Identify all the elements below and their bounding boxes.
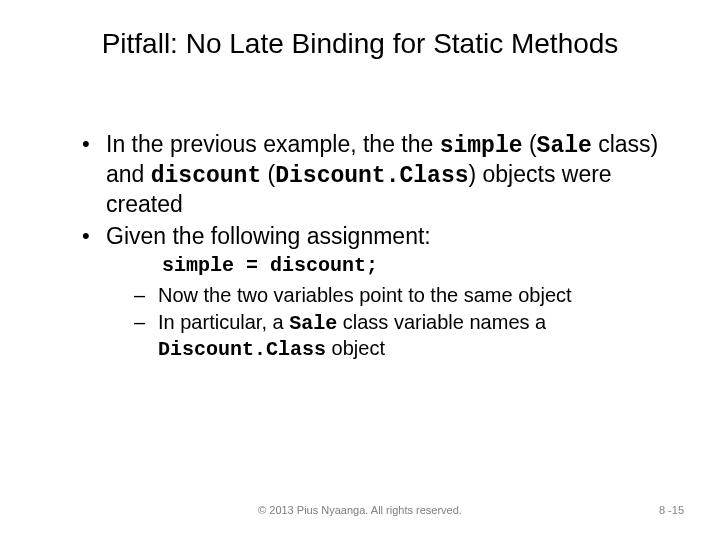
slide-body: In the previous example, the the simple … — [78, 130, 660, 366]
sub-bullet-1: Now the two variables point to the same … — [106, 283, 660, 308]
text: ( — [261, 161, 275, 187]
code-discount-class: Discount.Class — [275, 163, 468, 189]
text: In particular, a — [158, 311, 289, 333]
code-sale: Sale — [289, 312, 337, 335]
text: object — [326, 337, 385, 359]
code-discount: discount — [151, 163, 261, 189]
bullet-1: In the previous example, the the simple … — [78, 130, 660, 218]
footer-page-number: 8 -15 — [659, 504, 684, 516]
text: Given the following assignment: — [106, 223, 431, 249]
text: class variable names a — [337, 311, 546, 333]
bullet-list: In the previous example, the the simple … — [78, 130, 660, 362]
sub-bullet-list: Now the two variables point to the same … — [106, 283, 660, 362]
code-sale: Sale — [537, 133, 592, 159]
slide-title: Pitfall: No Late Binding for Static Meth… — [0, 28, 720, 60]
slide: Pitfall: No Late Binding for Static Meth… — [0, 0, 720, 540]
text: In the previous example, the the — [106, 131, 440, 157]
code-discount-class: Discount.Class — [158, 338, 326, 361]
bullet-2: Given the following assignment: simple =… — [78, 222, 660, 361]
text: Now the two variables point to the same … — [158, 284, 572, 306]
sub-bullet-2: In particular, a Sale class variable nam… — [106, 310, 660, 362]
footer-copyright: © 2013 Pius Nyaanga. All rights reserved… — [0, 504, 720, 516]
code-line: simple = discount; — [162, 254, 660, 278]
text: ( — [523, 131, 537, 157]
code-simple: simple — [440, 133, 523, 159]
